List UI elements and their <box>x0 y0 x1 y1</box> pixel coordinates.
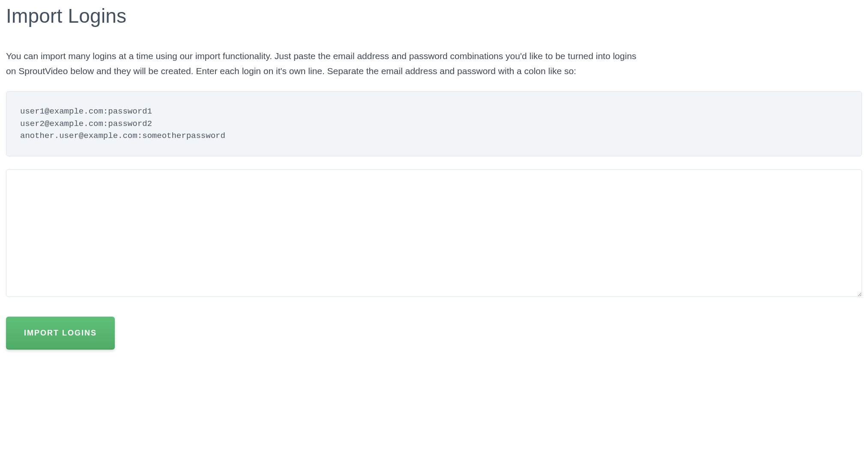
import-logins-button[interactable]: IMPORT LOGINS <box>6 317 115 350</box>
import-description: You can import many logins at a time usi… <box>6 49 649 78</box>
example-code-box: user1@example.com:password1 user2@exampl… <box>6 91 862 156</box>
page-title: Import Logins <box>6 0 862 33</box>
logins-input[interactable] <box>6 169 862 297</box>
